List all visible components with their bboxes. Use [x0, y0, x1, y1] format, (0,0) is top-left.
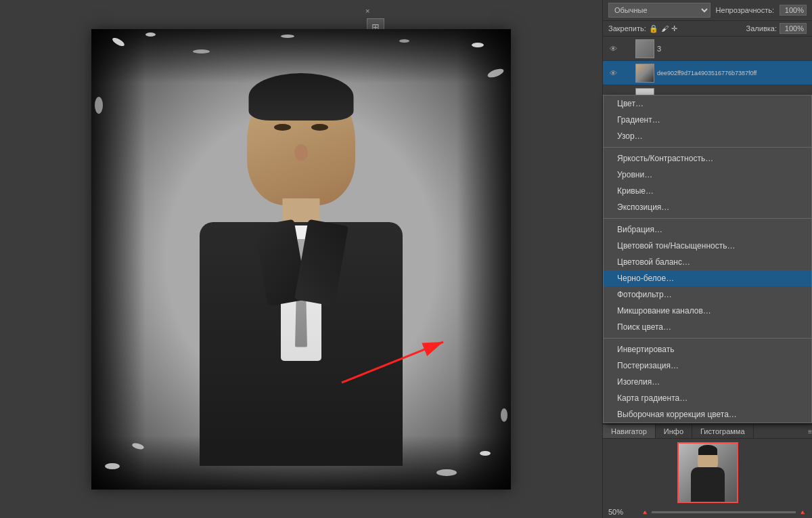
right-panel: Обычные Непрозрачность: Закрепить: 🔒 🖌 ✛…	[602, 0, 812, 518]
layer-thumbnail	[635, 39, 654, 58]
layers-list: 👁 3 👁 dee902ff9d71a4903516776b7387f0ff 👁…	[603, 37, 812, 95]
context-menu: Цвет… Градиент… Узор… Яркость/Контрастно…	[603, 95, 812, 423]
lock-icon[interactable]: 🔒	[649, 24, 658, 33]
menu-item-gradient[interactable]: Градиент…	[604, 112, 811, 128]
menu-divider	[604, 338, 811, 339]
menu-item-vibrance[interactable]: Вибрация…	[604, 221, 811, 238]
menu-item-hue-sat[interactable]: Цветовой тон/Насыщенность…	[604, 238, 811, 254]
menu-item-curves[interactable]: Кривые…	[604, 183, 811, 199]
zoom-out-icon[interactable]: 🔺	[641, 509, 649, 516]
layer-name: dee902ff9d71a4903516776b7387f0ff	[657, 70, 808, 77]
menu-item-color-lookup[interactable]: Поиск цвета…	[604, 319, 811, 335]
navigator-tabs: Навигатор Инфо Гистограмма ≡	[603, 425, 812, 439]
navigator-content	[603, 439, 812, 506]
layer-name: 3	[657, 45, 808, 53]
fill-input[interactable]	[780, 23, 807, 34]
menu-item-selective-color[interactable]: Выборочная коррекция цвета…	[604, 406, 811, 423]
visibility-toggle[interactable]: 👁	[607, 43, 619, 55]
fill-label: Заливка:	[746, 24, 777, 33]
tab-info[interactable]: Инфо	[656, 425, 692, 438]
menu-item-color-balance[interactable]: Цветовой баланс…	[604, 254, 811, 270]
layer-thumbnail	[635, 64, 654, 83]
navigator-panel: Навигатор Инфо Гистограмма ≡ 50% 🔺	[603, 423, 812, 518]
zoom-value: 50%	[608, 508, 635, 516]
menu-item-color[interactable]: Цвет…	[604, 95, 811, 112]
visibility-toggle[interactable]: 👁	[607, 67, 619, 79]
lock-controls: Закрепить: 🔒 🖌 ✛	[608, 24, 677, 33]
tab-navigator[interactable]: Навигатор	[603, 425, 656, 438]
layers-header: Обычные Непрозрачность:	[603, 0, 812, 21]
menu-item-channel-mix[interactable]: Микшрование каналов…	[604, 303, 811, 319]
canvas-image-container	[91, 29, 511, 490]
layer-item[interactable]: 👁 3	[603, 37, 812, 61]
fill-row: Закрепить: 🔒 🖌 ✛ Заливка:	[603, 21, 812, 37]
blend-mode-select[interactable]: Обычные	[608, 3, 710, 18]
paint-icon[interactable]: 🖌	[661, 24, 669, 33]
menu-item-brightness[interactable]: Яркость/Контрастность…	[604, 150, 811, 167]
lock-label: Закрепить:	[608, 24, 646, 33]
tab-histogram[interactable]: Гистограмма	[692, 425, 754, 438]
canvas-area: × ⊞ ▤	[0, 0, 602, 518]
menu-item-posterize[interactable]: Постеризация…	[604, 358, 811, 374]
canvas-image	[91, 29, 511, 490]
menu-item-invert[interactable]: Инвертировать	[604, 341, 811, 358]
opacity-input[interactable]	[780, 5, 807, 16]
close-mini-button[interactable]: ×	[365, 7, 369, 15]
navigator-close-button[interactable]: ≡	[808, 425, 812, 438]
zoom-slider[interactable]	[652, 511, 796, 513]
menu-item-threshold[interactable]: Изогелия…	[604, 374, 811, 390]
layer-item[interactable]: 👁 Color Fill 4	[603, 85, 812, 95]
layer-thumbnail	[635, 88, 654, 95]
navigator-footer: 50% 🔺 🔺	[603, 506, 812, 517]
zoom-in-icon[interactable]: 🔺	[798, 509, 807, 516]
menu-item-photo-filter[interactable]: Фотофильтр…	[604, 286, 811, 303]
menu-item-pattern[interactable]: Узор…	[604, 128, 811, 144]
menu-item-levels[interactable]: Уровни…	[604, 167, 811, 183]
layer-item[interactable]: 👁 dee902ff9d71a4903516776b7387f0ff	[603, 61, 812, 85]
nav-thumbnail	[677, 442, 738, 503]
opacity-label: Непрозрачность:	[716, 6, 774, 14]
menu-divider	[604, 147, 811, 148]
menu-item-exposure[interactable]: Экспозиция…	[604, 199, 811, 215]
menu-item-gradient-map[interactable]: Карта градиента…	[604, 390, 811, 406]
move-icon[interactable]: ✛	[671, 24, 677, 33]
menu-divider	[604, 218, 811, 219]
menu-item-bw[interactable]: Черно-белое…	[604, 270, 811, 286]
nav-thumbnail-image	[679, 444, 737, 502]
